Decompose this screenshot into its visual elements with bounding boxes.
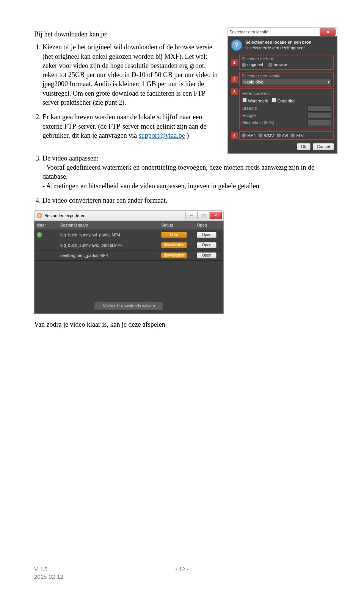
- open-button[interactable]: Open: [197, 232, 217, 238]
- export-window: Bestanden exporteren ─ ▢ ✕ klaar Bestand…: [34, 210, 224, 314]
- status-button[interactable]: downloaden: [161, 252, 187, 258]
- item3-intro: De video aanpassen:: [42, 154, 99, 162]
- chk-ondertitel[interactable]: Ondertitel: [272, 99, 296, 103]
- hoogte-input[interactable]: [308, 113, 331, 119]
- marker-1: 1: [231, 59, 238, 66]
- marker-4: 4: [231, 132, 238, 139]
- marker-3: 3: [231, 88, 238, 95]
- open-button[interactable]: Open: [197, 252, 217, 258]
- status-button[interactable]: downloaden: [161, 242, 187, 248]
- location-dropdown[interactable]: lokale disk▾: [242, 79, 332, 85]
- location-dialog: Selecteer een locatie: ✕ ? Selecteer een…: [228, 27, 337, 153]
- list-item-2: Er kan geschreven worden naar de lokale …: [42, 112, 220, 140]
- table-row: ✓ big_buck_bunny.avi_partial.MP4 klaar O…: [35, 230, 223, 240]
- list-item-4: De video converteren naar een ander form…: [42, 196, 337, 205]
- radio-wmv[interactable]: WMV: [258, 133, 274, 139]
- list-item-1: Kiezen of je het origineel wil downloade…: [42, 43, 220, 107]
- file-name: big_buck_bunny.avi_partial.MP4: [58, 232, 159, 238]
- radio-flv[interactable]: FLV: [290, 133, 303, 139]
- status-button[interactable]: klaar: [161, 232, 187, 238]
- radio-avi[interactable]: AVI: [276, 133, 289, 139]
- hoogte-label: Hoogte: [242, 113, 256, 119]
- col-klaar: klaar: [35, 221, 58, 230]
- open-button[interactable]: Open: [197, 242, 217, 248]
- sec2-label: Selecteer een locatie:: [242, 73, 332, 79]
- marker-2: 2: [231, 76, 238, 83]
- table-row: big_buck_bunny.avi2_partial.MP4 download…: [35, 240, 223, 250]
- chevron-down-icon: ▾: [328, 79, 330, 85]
- close-icon[interactable]: ✕: [210, 212, 222, 219]
- item3-line1: - Vooraf gedefinieerd watermerk en onder…: [42, 164, 314, 180]
- item2-text-b: ): [185, 132, 189, 139]
- dialog-msg-bold: Selecteer een locatie en een bron.: [245, 39, 312, 45]
- bitsnelheid-label: Bitsnelheid (kb/s): [242, 120, 274, 126]
- closing-text: Van zodra je video klaar is, kan je deze…: [34, 320, 337, 329]
- breedte-input[interactable]: [308, 105, 331, 112]
- maximize-icon[interactable]: ▢: [198, 212, 210, 219]
- radio-mp4[interactable]: MP4: [242, 133, 256, 139]
- dialog-msg-line: U selecteerde een deelfragment.: [245, 45, 312, 50]
- radio-origineel[interactable]: origineel: [242, 62, 263, 68]
- support-email-link[interactable]: support@viaa.be: [139, 132, 185, 139]
- col-bestandsnaam: Bestandsnaam: [58, 221, 159, 230]
- main-text-column: Kiezen of je het origineel wil downloade…: [34, 43, 220, 145]
- ok-button[interactable]: Ok: [297, 143, 311, 150]
- radio-browse[interactable]: browse: [268, 62, 287, 68]
- sec1-label: Selecteer de bron:: [242, 56, 332, 62]
- close-icon[interactable]: ✕: [320, 28, 336, 36]
- col-open: Open: [195, 221, 223, 230]
- list-item-3: De video aanpassen: - Vooraf gedefinieer…: [42, 154, 337, 191]
- bitsnelheid-input[interactable]: [308, 120, 331, 126]
- col-status: Status: [159, 221, 195, 230]
- item3-line2: - Afmetingen en bitsnelheid van de video…: [42, 182, 259, 190]
- check-icon: ✓: [37, 232, 42, 238]
- sec3-label: Herencoderen:: [242, 91, 331, 96]
- table-row: deelfragment_partial.MP4 downloaden Open: [35, 250, 223, 261]
- question-icon: ?: [231, 39, 242, 51]
- cancel-button[interactable]: Cancel: [313, 143, 334, 150]
- app-icon: [37, 213, 42, 218]
- file-name: deelfragment_partial.MP4: [58, 253, 159, 258]
- dialog-title: Selecteer een locatie:: [229, 29, 270, 35]
- file-name: big_buck_bunny.avi2_partial.MP4: [58, 242, 159, 248]
- export-window-title: Bestanden exporteren: [44, 213, 85, 219]
- breedte-label: Breedte: [242, 105, 257, 112]
- minimize-icon[interactable]: ─: [185, 212, 198, 219]
- chk-watermerk[interactable]: Watermerk: [242, 99, 268, 103]
- clear-downloads-button[interactable]: Voltooide downloads wissen: [94, 302, 164, 310]
